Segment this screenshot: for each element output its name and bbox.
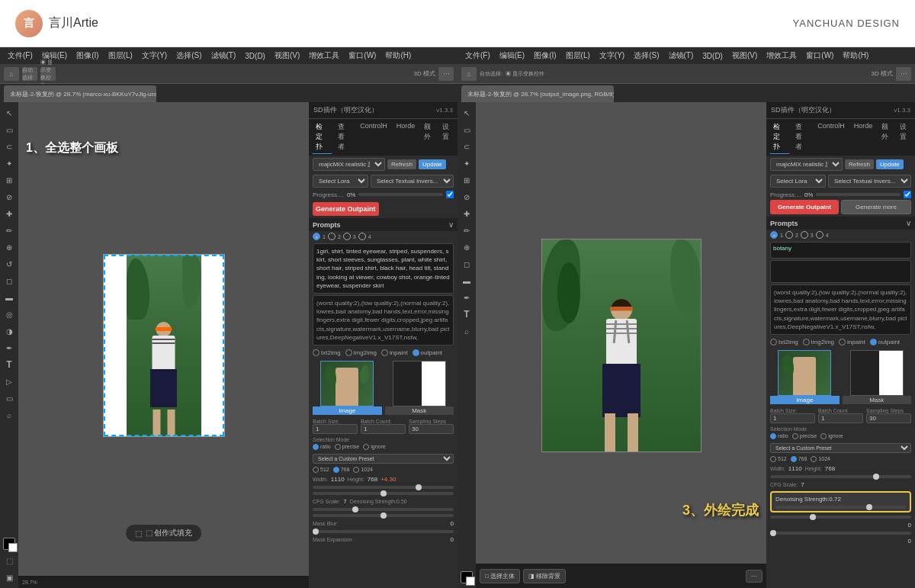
left-cfg-slider[interactable] — [313, 508, 454, 511]
left-negative-prompt[interactable]: (worst quality:2),(low quality:2),(norma… — [313, 295, 454, 345]
zoom-tool[interactable]: ⌕ — [2, 407, 17, 423]
r-zoom-tool[interactable]: ⌕ — [459, 323, 474, 339]
right-size-1024-btn[interactable] — [811, 456, 817, 462]
left-sd-tab-viewer[interactable]: 查看者 — [334, 120, 355, 154]
r-menu-3d[interactable]: 3D(D) — [698, 50, 727, 62]
gradient-tool[interactable]: ▬ — [2, 290, 17, 305]
r-menu-edit[interactable]: 编辑(E) — [496, 49, 528, 63]
r-heal-tool[interactable]: ✚ — [459, 206, 474, 221]
left-radio-2[interactable] — [328, 233, 336, 240]
right-radio-1[interactable]: ● — [770, 231, 778, 239]
right-mode-outpaint[interactable]: outpaint — [870, 339, 900, 345]
eyedrop-tool[interactable]: ⊘ — [2, 189, 17, 204]
right-width-slider[interactable] — [770, 475, 911, 478]
r-gradient-tool[interactable]: ▬ — [459, 273, 474, 288]
right-sel-ignore-btn[interactable] — [820, 433, 827, 439]
right-size-512-btn[interactable] — [770, 456, 776, 462]
right-generate-btn[interactable]: Generate Outpaint — [770, 200, 839, 214]
blur-tool[interactable]: ◎ — [2, 307, 17, 322]
left-sel-ratio-btn[interactable] — [313, 444, 319, 450]
left-model-select[interactable]: majicMIX realistic 麦橘... — [313, 158, 385, 171]
left-mode-outpaint[interactable]: outpaint — [413, 349, 442, 356]
r-menu-view[interactable]: 视图(V) — [728, 49, 761, 63]
type-tool[interactable]: T — [2, 357, 17, 372]
auto-select-btn[interactable]: 自动选择: — [22, 67, 37, 81]
menu-filter[interactable]: 滤镜(T) — [207, 49, 240, 63]
r-menu-layer[interactable]: 图层(L) — [562, 49, 594, 63]
wand-tool[interactable]: ✦ — [2, 156, 17, 171]
left-thumb-mask-label[interactable]: Mask — [385, 406, 454, 415]
left-radio-3[interactable] — [343, 233, 351, 240]
right-mode-inpaint-btn[interactable] — [839, 339, 846, 345]
right-sel-ignore[interactable]: ignore — [820, 433, 843, 439]
crop-tool[interactable]: ⊞ — [2, 172, 17, 188]
right-batch-size-input[interactable] — [770, 413, 815, 423]
pen-tool[interactable]: ✒ — [2, 340, 17, 355]
right-cfg-thumb[interactable] — [810, 514, 816, 520]
right-mask-blur-thumb[interactable] — [770, 530, 776, 536]
right-sd-tab-extra[interactable]: 额外 — [878, 120, 894, 154]
left-generate-btn[interactable]: Generate Outpaint — [313, 202, 379, 216]
right-progress-checkbox[interactable] — [904, 191, 911, 198]
right-size-768[interactable]: 768 — [791, 456, 807, 462]
left-sampling-input[interactable] — [409, 424, 454, 434]
right-mode-img2img[interactable]: img2img — [803, 339, 834, 345]
lasso-tool[interactable]: ⊂ — [2, 139, 17, 154]
left-width-thumb[interactable] — [416, 484, 422, 490]
right-size-512[interactable]: 512 — [770, 456, 787, 462]
left-sel-precise[interactable]: precise — [335, 444, 360, 450]
right-batch-count-input[interactable] — [818, 413, 863, 423]
menu-3d[interactable]: 3D(D) — [241, 50, 269, 62]
left-sel-ratio[interactable]: ratio — [313, 444, 331, 450]
rect-tool[interactable]: ▭ — [2, 122, 17, 137]
remove-bg-btn[interactable]: ◨ 移除背景 — [523, 569, 566, 583]
right-sel-ratio-btn[interactable] — [770, 433, 776, 439]
right-sel-ratio[interactable]: ratio — [770, 433, 788, 439]
left-mode-txt2img-btn[interactable] — [313, 349, 319, 356]
r-menu-plugins[interactable]: 增效工具 — [762, 49, 801, 63]
right-update-btn[interactable]: Update — [876, 159, 904, 169]
r-crop-tool[interactable]: ⊞ — [459, 172, 474, 188]
right-sd-tab-horde[interactable]: Horde — [850, 120, 877, 154]
left-size-768[interactable]: 768 — [333, 467, 350, 473]
left-height-thumb[interactable] — [380, 490, 387, 496]
left-mode-img2img[interactable]: img2img — [345, 349, 377, 356]
r-rect-tool[interactable]: ▭ — [459, 122, 474, 137]
r-menu-help[interactable]: 帮助(H) — [839, 49, 872, 63]
right-radio-4[interactable] — [816, 231, 824, 239]
r-move-tool[interactable]: ↖ — [459, 105, 474, 120]
menu-text[interactable]: 文字(Y) — [138, 49, 171, 63]
left-sd-tab-settings[interactable]: 设置 — [438, 120, 454, 154]
right-denoising-slider[interactable] — [775, 506, 906, 509]
r-home-btn[interactable]: ⌂ — [461, 67, 477, 81]
left-size-512-btn[interactable] — [313, 467, 319, 473]
left-mode-outpaint-btn[interactable] — [413, 349, 419, 356]
screen-mode-tool[interactable]: ▣ — [2, 570, 17, 585]
dodge-tool[interactable]: ◑ — [2, 323, 17, 339]
left-sd-tab-horde[interactable]: Horde — [393, 120, 419, 154]
quickmask-tool[interactable]: ⬚ — [2, 553, 17, 568]
left-sd-tab-extra[interactable]: 额外 — [420, 120, 436, 154]
left-mask-blur-slider[interactable] — [313, 530, 454, 533]
right-sel-precise[interactable]: precise — [792, 433, 817, 439]
history-tool[interactable]: ↺ — [2, 256, 17, 272]
left-refresh-btn[interactable]: Refresh — [387, 159, 416, 169]
r-brush-tool[interactable]: ✏ — [459, 223, 474, 238]
left-sel-precise-btn[interactable] — [335, 444, 341, 450]
right-sel-precise-btn[interactable] — [792, 433, 798, 439]
left-mode-img2img-btn[interactable] — [345, 349, 352, 356]
r-menu-image[interactable]: 图像(I) — [530, 49, 560, 63]
right-sd-tab-viewer[interactable]: 查看者 — [791, 120, 812, 154]
r-eyedrop-tool[interactable]: ⊘ — [459, 189, 474, 204]
left-mask-blur-thumb[interactable] — [313, 529, 319, 535]
right-sampling-input[interactable] — [866, 413, 911, 423]
right-size-1024[interactable]: 1024 — [811, 456, 830, 462]
left-radio-1[interactable]: ● — [313, 233, 320, 240]
left-custom-preset-select[interactable]: Select a Custom Preset — [313, 454, 454, 464]
r-menu-window[interactable]: 窗口(W) — [802, 49, 837, 63]
r-erase-tool[interactable]: ◻ — [459, 256, 474, 272]
right-thumb-image-label[interactable]: Image — [770, 396, 840, 404]
right-textual-select[interactable]: Select Textual Invers... — [828, 175, 911, 188]
right-model-select[interactable]: majicMIX realistic 麦橘... — [770, 158, 843, 171]
right-custom-preset-select[interactable]: Select a Custom Preset — [770, 443, 911, 453]
